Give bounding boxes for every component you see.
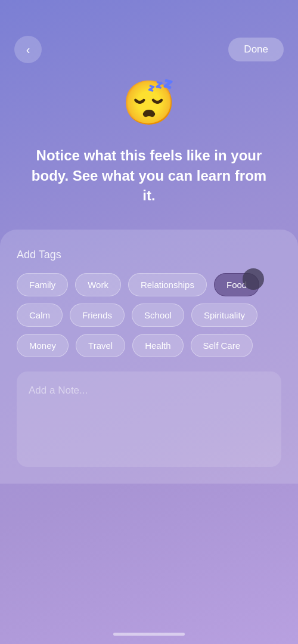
add-tags-label: Add Tags [17,249,281,261]
note-section[interactable]: Add a Note... [17,371,281,467]
tag-food-wrapper: Food [214,273,259,296]
emoji-icon: 😴 [122,79,176,126]
tag-travel[interactable]: Travel [76,334,125,357]
tag-work[interactable]: Work [75,273,121,296]
emoji-section: 😴 [0,75,298,136]
tags-container: Family Work Relationships Food Calm Frie… [17,273,281,357]
tag-school[interactable]: School [132,304,184,327]
tag-relationships[interactable]: Relationships [128,273,207,296]
header: ‹ Done [0,0,298,75]
main-text: Notice what this feels like in your body… [0,136,298,230]
tag-health[interactable]: Health [132,334,183,357]
food-selected-indicator [243,268,264,290]
tag-spirituality[interactable]: Spirituality [191,304,257,327]
tag-calm[interactable]: Calm [17,304,63,327]
note-placeholder: Add a Note... [29,385,88,396]
done-button[interactable]: Done [228,38,284,61]
tag-money[interactable]: Money [17,334,69,357]
home-indicator [113,633,185,636]
tag-friends[interactable]: Friends [70,304,125,327]
card-section: Add Tags Family Work Relationships Food … [0,230,298,484]
back-button[interactable]: ‹ [14,36,42,63]
tag-family[interactable]: Family [17,273,68,296]
tag-self-care[interactable]: Self Care [191,334,253,357]
